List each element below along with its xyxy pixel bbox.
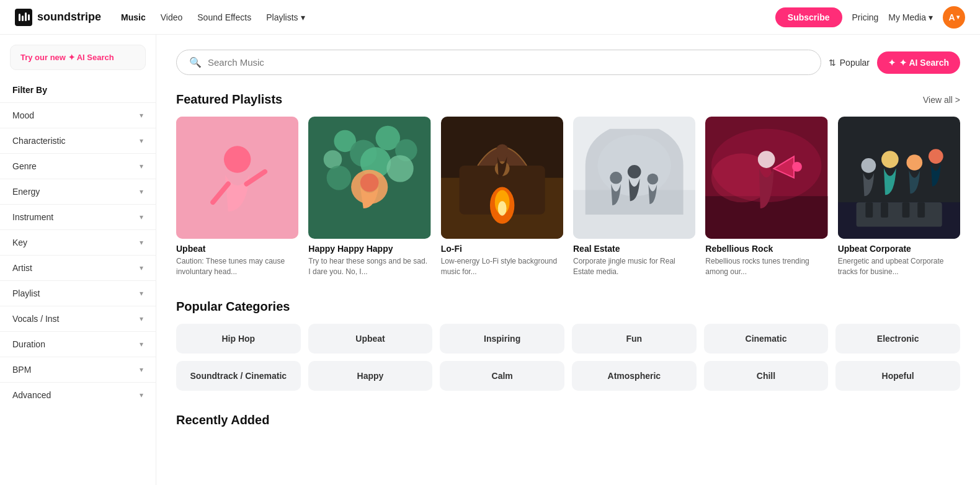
nav-playlists[interactable]: Playlists ▾ — [266, 12, 305, 22]
main-nav: Music Video Sound Effects Playlists ▾ — [121, 12, 305, 22]
playlist-card-0[interactable]: Upbeat Caution: These tunes may cause in… — [176, 117, 298, 277]
filter-artist[interactable]: Artist ▾ — [0, 255, 156, 280]
popular-sort-button[interactable]: ⇅ Popular — [829, 58, 870, 68]
svg-point-25 — [497, 201, 506, 216]
svg-rect-1 — [22, 16, 24, 21]
nav-sound-effects[interactable]: Sound Effects — [197, 12, 251, 22]
playlist-name-0: Upbeat — [176, 244, 298, 254]
category-hopeful[interactable]: Hopeful — [835, 361, 960, 391]
playlist-name-2: Lo-Fi — [441, 244, 563, 254]
filter-energy[interactable]: Energy ▾ — [0, 179, 156, 204]
filter-by-label: Filter By — [0, 80, 156, 102]
chevron-down-icon: ▾ — [140, 162, 143, 171]
search-input[interactable] — [208, 57, 808, 68]
filter-mood[interactable]: Mood ▾ — [0, 102, 156, 128]
playlist-desc-4: Rebellious rocks tunes trending among ou… — [705, 256, 827, 277]
playlist-card-2[interactable]: Lo-Fi Low-energy Lo-Fi style background … — [441, 117, 563, 277]
chevron-down-icon: ▾ — [140, 264, 143, 272]
playlist-name-5: Upbeat Corporate — [838, 244, 960, 254]
nav-music[interactable]: Music — [121, 12, 146, 22]
category-happy[interactable]: Happy — [308, 361, 433, 391]
search-area: 🔍 ⇅ Popular ✦ ✦ AI Search — [176, 50, 960, 75]
ai-search-button[interactable]: ✦ ✦ AI Search — [877, 51, 960, 74]
svg-point-15 — [327, 166, 351, 190]
view-all-link[interactable]: View all > — [923, 95, 960, 105]
svg-rect-49 — [917, 202, 925, 218]
svg-point-18 — [360, 174, 379, 192]
avatar[interactable]: A ▾ — [943, 6, 965, 29]
svg-point-44 — [929, 149, 943, 164]
playlist-card-5[interactable]: Upbeat Corporate Energetic and upbeat Co… — [838, 117, 960, 277]
category-atmospheric[interactable]: Atmospheric — [572, 361, 697, 391]
playlist-card-3[interactable]: Real Estate Corporate jingle music for R… — [573, 117, 695, 277]
category-fun[interactable]: Fun — [572, 324, 697, 354]
filter-genre[interactable]: Genre ▾ — [0, 153, 156, 179]
playlist-desc-3: Corporate jingle music for Real Estate m… — [573, 256, 695, 277]
playlist-thumb-1 — [308, 117, 430, 239]
categories-grid-row1: Hip Hop Upbeat Inspiring Fun Cinematic E… — [176, 324, 960, 354]
my-media-button[interactable]: My Media ▾ — [888, 12, 933, 22]
body-layout: Try our new ✦ AI Search Filter By Mood ▾… — [0, 35, 980, 485]
svg-point-37 — [758, 151, 775, 168]
filter-advanced[interactable]: Advanced ▾ — [0, 382, 156, 407]
chevron-down-icon: ▾ — [956, 14, 960, 20]
logo-text: soundstripe — [37, 11, 101, 24]
category-inspiring[interactable]: Inspiring — [440, 324, 564, 354]
svg-rect-48 — [902, 202, 909, 218]
popular-categories-section: Popular Categories Hip Hop Upbeat Inspir… — [176, 300, 960, 391]
category-hip-hop[interactable]: Hip Hop — [176, 324, 301, 354]
svg-point-31 — [628, 165, 641, 179]
filter-key[interactable]: Key ▾ — [0, 229, 156, 255]
chevron-down-icon: ▾ — [140, 289, 143, 298]
sidebar: Try our new ✦ AI Search Filter By Mood ▾… — [0, 35, 156, 485]
chevron-down-icon: ▾ — [140, 187, 143, 196]
category-cinematic[interactable]: Cinematic — [704, 324, 829, 354]
playlist-thumb-0 — [176, 117, 298, 239]
svg-point-30 — [610, 172, 622, 184]
logo-icon — [15, 9, 32, 26]
playlist-name-1: Happy Happy Happy — [308, 244, 430, 254]
filter-instrument[interactable]: Instrument ▾ — [0, 204, 156, 229]
recently-added-title: Recently Added — [176, 413, 960, 427]
category-upbeat[interactable]: Upbeat — [308, 324, 433, 354]
playlist-desc-1: Try to hear these songs and be sad. I da… — [308, 256, 430, 277]
ai-search-try-text: Try our new — [20, 53, 66, 62]
category-electronic[interactable]: Electronic — [835, 324, 960, 354]
nav-video[interactable]: Video — [161, 12, 183, 22]
playlist-desc-0: Caution: These tunes may cause involunta… — [176, 256, 298, 277]
category-soundtrack-cinematic[interactable]: Soundtrack / Cinematic — [176, 361, 301, 391]
logo[interactable]: soundstripe — [15, 9, 101, 26]
search-icon: 🔍 — [189, 56, 202, 68]
category-calm[interactable]: Calm — [440, 361, 564, 391]
svg-point-38 — [792, 162, 802, 172]
svg-rect-46 — [865, 202, 873, 218]
playlist-card-4[interactable]: Rebellious Rock Rebellious rocks tunes t… — [705, 117, 827, 277]
filter-bpm[interactable]: BPM ▾ — [0, 357, 156, 382]
pricing-link[interactable]: Pricing — [852, 12, 879, 22]
ai-star-icon: ✦ — [888, 58, 896, 68]
svg-point-42 — [881, 151, 899, 168]
header: soundstripe Music Video Sound Effects Pl… — [0, 0, 980, 35]
ai-search-banner[interactable]: Try our new ✦ AI Search — [10, 45, 146, 70]
popular-categories-title: Popular Categories — [176, 300, 290, 314]
filter-playlist[interactable]: Playlist ▾ — [0, 280, 156, 306]
chevron-down-icon: ▾ — [140, 213, 143, 221]
playlist-thumb-2 — [441, 117, 563, 239]
svg-rect-47 — [881, 202, 888, 218]
subscribe-button[interactable]: Subscribe — [775, 7, 842, 27]
playlist-thumb-3 — [573, 117, 695, 239]
filter-characteristic[interactable]: Characteristic ▾ — [0, 128, 156, 153]
filter-duration[interactable]: Duration ▾ — [0, 331, 156, 357]
chevron-down-icon: ▾ — [140, 314, 143, 323]
filter-vocals[interactable]: Vocals / Inst ▾ — [0, 306, 156, 331]
chevron-down-icon: ▾ — [140, 238, 143, 247]
svg-point-43 — [906, 154, 922, 171]
category-chill[interactable]: Chill — [704, 361, 829, 391]
playlist-thumb-5 — [838, 117, 960, 239]
playlist-card-1[interactable]: Happy Happy Happy Try to hear these song… — [308, 117, 430, 277]
chevron-down-icon: ▾ — [140, 136, 143, 145]
header-right: Subscribe Pricing My Media ▾ A ▾ — [775, 6, 965, 29]
svg-point-32 — [647, 174, 658, 185]
playlist-name-4: Rebellious Rock — [705, 244, 827, 254]
ai-search-link: ✦ AI Search — [68, 53, 114, 62]
